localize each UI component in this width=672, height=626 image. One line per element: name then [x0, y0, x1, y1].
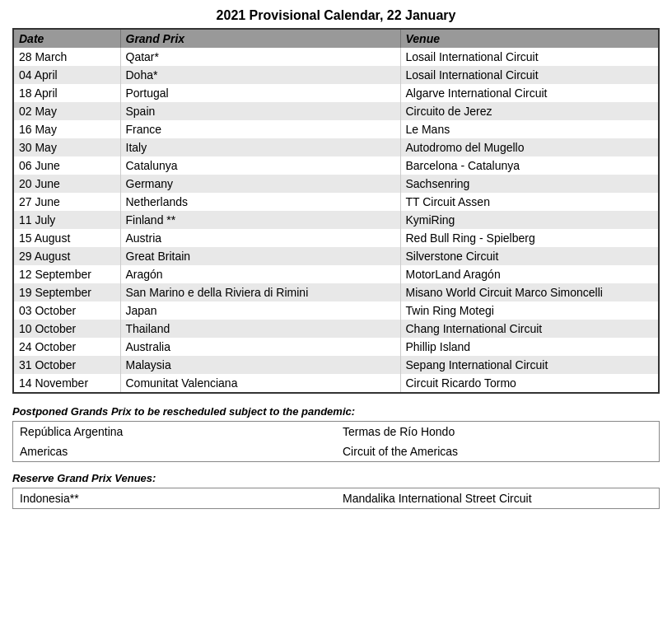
cell-venue: MotorLand Aragón — [400, 265, 659, 283]
reserve-left: Indonesia** — [13, 488, 337, 509]
table-row: 30 May Italy Autodromo del Mugello — [13, 138, 659, 156]
cell-venue: Red Bull Ring - Spielberg — [400, 229, 659, 247]
cell-gp: Japan — [120, 301, 400, 320]
cell-venue: KymiRing — [400, 211, 659, 229]
table-row: 28 March Qatar* Losail International Cir… — [13, 48, 659, 66]
cell-venue: Chang International Circuit — [400, 320, 659, 338]
cell-date: 20 June — [13, 175, 120, 193]
table-row: 29 August Great Britain Silverstone Circ… — [13, 247, 659, 265]
table-row: 24 October Australia Phillip Island — [13, 338, 659, 356]
cell-gp: Spain — [120, 102, 400, 120]
cell-gp: Australia — [120, 338, 400, 356]
cell-venue: Autodromo del Mugello — [400, 138, 659, 156]
table-row: 10 October Thailand Chang International … — [13, 320, 659, 338]
cell-date: 30 May — [13, 138, 120, 156]
table-row: 20 June Germany Sachsenring — [13, 175, 659, 193]
cell-date: 24 October — [13, 338, 120, 356]
postponed-table: República Argentina Termas de Río Hondo … — [12, 421, 660, 462]
cell-date: 18 April — [13, 84, 120, 102]
cell-venue: Losail International Circuit — [400, 66, 659, 84]
cell-gp: Italy — [120, 138, 400, 156]
postponed-row: República Argentina Termas de Río Hondo — [13, 422, 660, 442]
table-row: 03 October Japan Twin Ring Motegi — [13, 301, 659, 320]
table-row: 06 June Catalunya Barcelona - Catalunya — [13, 156, 659, 175]
cell-gp: Austria — [120, 229, 400, 247]
cell-date: 16 May — [13, 120, 120, 138]
table-row: 31 October Malaysia Sepang International… — [13, 356, 659, 374]
cell-gp: Great Britain — [120, 247, 400, 265]
table-row: 11 July Finland ** KymiRing — [13, 211, 659, 229]
reserve-row: Indonesia** Mandalika International Stre… — [13, 488, 660, 509]
table-row: 15 August Austria Red Bull Ring - Spielb… — [13, 229, 659, 247]
header-venue: Venue — [400, 29, 659, 48]
page-title: 2021 Provisional Calendar, 22 January — [12, 8, 660, 23]
postponed-label: Postponed Grands Prix to be rescheduled … — [12, 405, 660, 418]
table-row: 19 September San Marino e della Riviera … — [13, 283, 659, 301]
cell-date: 31 October — [13, 356, 120, 374]
cell-date: 12 September — [13, 265, 120, 283]
table-row: 16 May France Le Mans — [13, 120, 659, 138]
cell-venue: Misano World Circuit Marco Simoncelli — [400, 283, 659, 301]
cell-venue: Sachsenring — [400, 175, 659, 193]
cell-venue: Circuito de Jerez — [400, 102, 659, 120]
table-row: 14 November Comunitat Valenciana Circuit… — [13, 374, 659, 393]
cell-venue: Sepang International Circuit — [400, 356, 659, 374]
cell-venue: Barcelona - Catalunya — [400, 156, 659, 175]
cell-gp: Germany — [120, 175, 400, 193]
cell-date: 02 May — [13, 102, 120, 120]
cell-venue: Twin Ring Motegi — [400, 301, 659, 320]
cell-date: 27 June — [13, 193, 120, 211]
cell-gp: Qatar* — [120, 48, 400, 66]
cell-gp: San Marino e della Riviera di Rimini — [120, 283, 400, 301]
table-row: 02 May Spain Circuito de Jerez — [13, 102, 659, 120]
cell-gp: France — [120, 120, 400, 138]
cell-date: 28 March — [13, 48, 120, 66]
postponed-right: Termas de Río Hondo — [336, 422, 660, 442]
cell-gp: Netherlands — [120, 193, 400, 211]
cell-gp: Doha* — [120, 66, 400, 84]
table-header: Date Grand Prix Venue — [13, 29, 659, 48]
reserve-right: Mandalika International Street Circuit — [336, 488, 660, 509]
table-row: 18 April Portugal Algarve International … — [13, 84, 659, 102]
cell-venue: Circuit Ricardo Tormo — [400, 374, 659, 393]
cell-gp: Comunitat Valenciana — [120, 374, 400, 393]
cell-gp: Thailand — [120, 320, 400, 338]
reserve-section: Reserve Grand Prix Venues: Indonesia** M… — [12, 472, 660, 509]
table-row: 12 September Aragón MotorLand Aragón — [13, 265, 659, 283]
cell-gp: Malaysia — [120, 356, 400, 374]
postponed-left: República Argentina — [13, 422, 337, 442]
cell-gp: Aragón — [120, 265, 400, 283]
cell-date: 15 August — [13, 229, 120, 247]
cell-venue: TT Circuit Assen — [400, 193, 659, 211]
cell-date: 14 November — [13, 374, 120, 393]
cell-venue: Silverstone Circuit — [400, 247, 659, 265]
table-row: 27 June Netherlands TT Circuit Assen — [13, 193, 659, 211]
postponed-right: Circuit of the Americas — [336, 441, 660, 462]
cell-gp: Finland ** — [120, 211, 400, 229]
cell-venue: Losail International Circuit — [400, 48, 659, 66]
table-row: 04 April Doha* Losail International Circ… — [13, 66, 659, 84]
cell-venue: Algarve International Circuit — [400, 84, 659, 102]
header-gp: Grand Prix — [120, 29, 400, 48]
postponed-row: Americas Circuit of the Americas — [13, 441, 660, 462]
cell-date: 04 April — [13, 66, 120, 84]
cell-date: 11 July — [13, 211, 120, 229]
cell-date: 06 June — [13, 156, 120, 175]
cell-date: 03 October — [13, 301, 120, 320]
postponed-section: Postponed Grands Prix to be rescheduled … — [12, 405, 660, 462]
cell-gp: Catalunya — [120, 156, 400, 175]
cell-gp: Portugal — [120, 84, 400, 102]
cell-venue: Phillip Island — [400, 338, 659, 356]
cell-date: 10 October — [13, 320, 120, 338]
reserve-label: Reserve Grand Prix Venues: — [12, 472, 660, 484]
cell-date: 29 August — [13, 247, 120, 265]
postponed-left: Americas — [13, 441, 337, 462]
reserve-table: Indonesia** Mandalika International Stre… — [12, 488, 660, 509]
cell-venue: Le Mans — [400, 120, 659, 138]
cell-date: 19 September — [13, 283, 120, 301]
header-date: Date — [13, 29, 120, 48]
calendar-table: Date Grand Prix Venue 28 March Qatar* Lo… — [12, 28, 660, 394]
